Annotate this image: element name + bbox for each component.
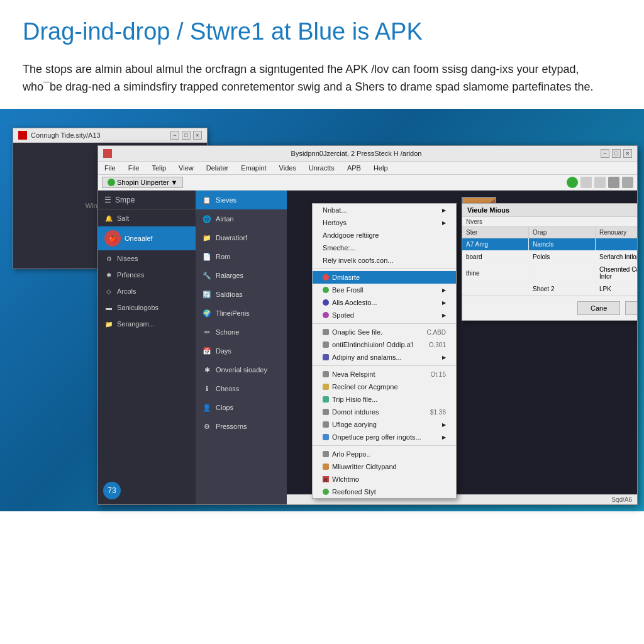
sidebar-medium-item-pressorns[interactable]: ⚙ Pressorns: [196, 417, 287, 436]
sm-icon-airtan: 🌐: [202, 214, 212, 224]
ctx-onaplic[interactable]: Onaplic See file. C.ABD: [313, 326, 456, 338]
main-window-minimize[interactable]: −: [601, 149, 609, 158]
submenu-table-header: Ster Orap Renouary: [462, 227, 637, 238]
main-window-maximize[interactable]: □: [612, 149, 621, 158]
ctx-recinel[interactable]: Recínel cor Acgmpne: [313, 380, 456, 393]
menu-file2[interactable]: File: [126, 163, 142, 173]
toolbar-icon-4: [622, 177, 633, 188]
ctx-bee-frosll[interactable]: Bee Frosll: [313, 284, 456, 296]
ctx-mliuwritter[interactable]: Mliuwritter Cidtypand: [313, 460, 456, 473]
sidebar-medium-item-schone[interactable]: ✏ Schone: [196, 323, 287, 341]
ctx-hertoys[interactable]: Hertoys: [313, 216, 456, 229]
window-small-maximize[interactable]: □: [182, 131, 191, 140]
sidebar-medium-item-sieves[interactable]: 📋 Sieves: [196, 191, 287, 209]
ctx-neva-shortcut: Ot.15: [431, 371, 446, 378]
main-window-title: Bysidpnn0Jzerciat, 2 PressSteck H /arido…: [112, 150, 601, 157]
ctx-ufloge[interactable]: Ufloge aorying: [313, 418, 456, 431]
ctx-anddgooe[interactable]: Anddgooe reltiigre: [313, 229, 456, 242]
sidebar-medium-item-ralarges[interactable]: 🔧 Ralarges: [196, 266, 287, 285]
ctx-spoted[interactable]: Spoted: [313, 309, 456, 321]
ctx-rely-label: Rely invelk coofs.con...: [323, 257, 394, 264]
ctx-onti-icon: [323, 341, 329, 348]
ctx-bee-label: Bee Frosll: [332, 286, 364, 294]
submenu-row-2[interactable]: thine Chsennted Com Intor: [462, 264, 637, 283]
ctx-nnbat-label: Nnbat...: [323, 206, 347, 214]
menu-vides[interactable]: Vides: [277, 163, 299, 173]
submenu-row-1[interactable]: board Polols Serlarch Intlopy :: [462, 251, 637, 264]
submenu-row3-col2: Shoet 2: [529, 283, 596, 295]
ctx-alis[interactable]: Alis Aoclesto...: [313, 296, 456, 309]
menu-unractts[interactable]: Unractts: [306, 163, 337, 173]
sidebar-dark-bottom: 73: [98, 477, 196, 504]
ctx-ufloge-left: Ufloge aorying: [323, 421, 377, 428]
window-small-close[interactable]: ×: [193, 131, 202, 140]
sidebar-medium-item-saldoas[interactable]: 🔄 Saldíoas: [196, 285, 287, 304]
sidebar-dark-item-serangam[interactable]: 📁 Serangam...: [98, 316, 196, 332]
ctx-domot[interactable]: Domot intdures $1.36: [313, 406, 456, 418]
sidebar-dark-item-salt[interactable]: 🔔 Salt: [98, 210, 196, 226]
ctx-dmlasrte[interactable]: Dmlasrte: [313, 271, 456, 284]
sidebar-dark-item-arcols[interactable]: ◇ Arcols: [98, 283, 196, 299]
ctx-neva[interactable]: Neva Relspint Ot.15: [313, 368, 456, 380]
ctx-trip-icon: [323, 396, 329, 402]
ctx-arlo[interactable]: Arlo Peppo..: [313, 448, 456, 460]
sidebar-dark-item-prfences[interactable]: ✱ Prfences: [98, 267, 196, 283]
screenshot-area: Connugh Tide.sity/A13 − □ × Window conte…: [0, 109, 644, 511]
submenu-col-ster: Ster: [462, 227, 529, 238]
submenu-row1-col3: Serlarch Intlopy :: [596, 251, 637, 263]
sidebar-medium-item-duwratiorf[interactable]: 📁 Duwratiorf: [196, 228, 287, 247]
sidebar-dark-item-oneaalef[interactable]: 🍎 Oneaalef: [98, 226, 196, 250]
toolbar-icon-2: [594, 177, 606, 188]
ctx-nnbat[interactable]: Nnbat...: [313, 204, 456, 216]
menu-view[interactable]: View: [176, 163, 196, 173]
sm-icon-onverial: ✱: [202, 365, 212, 375]
menu-apb[interactable]: APB: [345, 163, 364, 173]
toolbar-label: Shopin Uinperter: [117, 179, 169, 186]
sidebar-nisees-label: Nisees: [117, 255, 138, 262]
sidebar-medium-item-clops[interactable]: 👤 Clops: [196, 398, 287, 417]
sidebar-medium-item-rom[interactable]: 📄 Rom: [196, 247, 287, 266]
ctx-smeche[interactable]: Smeche:...: [313, 242, 456, 254]
sm-label-tlinei: TlineiPenis: [216, 309, 250, 317]
window-small-minimize[interactable]: −: [170, 131, 179, 140]
ctx-onti[interactable]: ontiElntinchiuion! Oddip.a'l O.301: [313, 338, 456, 351]
sidebar-medium-item-onverial[interactable]: ✱ Onverial sioadey: [196, 360, 287, 379]
ctx-reefoned[interactable]: Reefoned Styt: [313, 486, 456, 498]
sidebar-dark-item-saniculogobs[interactable]: ▬ Saniculogobs: [98, 299, 196, 316]
ctx-onpetluce[interactable]: Onpetluce perg offer ingots...: [313, 431, 456, 443]
sidebar-medium-item-cheoss[interactable]: ℹ Cheoss: [196, 379, 287, 398]
sidebar-dark-item-nisees[interactable]: ⚙ Nisees: [98, 250, 196, 267]
ctx-rely[interactable]: Rely invelk coofs.con...: [313, 254, 456, 267]
menu-help[interactable]: Help: [371, 163, 391, 173]
ctx-recinel-icon: [323, 384, 329, 390]
toolbar-shopin-btn[interactable]: Shopin Uinperter ▼: [102, 177, 183, 188]
ctx-trip[interactable]: Trip Hisio file...: [313, 393, 456, 406]
submenu-row-0[interactable]: A7 Amg Namcls: [462, 238, 637, 251]
menu-delater[interactable]: Delater: [204, 163, 231, 173]
cheel-button[interactable]: Cheel: [625, 301, 637, 315]
submenu-row-3[interactable]: Shoet 2 LPK: [462, 283, 637, 296]
window-small-icon: [18, 131, 27, 140]
menu-telip[interactable]: Telip: [149, 163, 169, 173]
main-content: ☰ Smpe 🔔 Salt 🍎 Oneaalef ⚙ Nisees ✱: [98, 191, 637, 504]
ctx-spoted-left: Spoted: [323, 311, 354, 319]
sidebar-medium-item-tlinei[interactable]: 🌍 TlineiPenis: [196, 304, 287, 323]
ctx-adipiny[interactable]: Adipiny and snalams...: [313, 351, 456, 364]
context-menu: Nnbat... Hertoys Anddgooe reltiigre Smec…: [312, 203, 457, 499]
main-window-close[interactable]: ×: [623, 149, 632, 158]
ctx-onpetluce-icon: [323, 434, 329, 440]
submenu-title: Vieule Mious: [462, 204, 637, 217]
sm-icon-clops: 👤: [202, 402, 212, 413]
menu-file1[interactable]: File: [102, 163, 118, 173]
cane-button[interactable]: Cane: [577, 301, 620, 315]
window-small-title: Connugh Tide.sity/A13: [31, 131, 101, 139]
ctx-trip-left: Trip Hisio file...: [323, 396, 377, 403]
ctx-wlchtmo[interactable]: ✕ Wlchtmo: [313, 473, 456, 486]
sidebar-circle-button[interactable]: 73: [103, 482, 121, 499]
ctx-dmlasrte-left: Dmlasrte: [323, 274, 360, 281]
menu-emapint[interactable]: Emapint: [238, 163, 269, 173]
ctx-domot-label: Domot intdures: [332, 408, 379, 416]
sidebar-serangam-icon: 📁: [104, 319, 113, 328]
sidebar-medium-item-days[interactable]: 📅 Days: [196, 341, 287, 360]
sidebar-medium-item-airtan[interactable]: 🌐 Airtan: [196, 209, 287, 228]
